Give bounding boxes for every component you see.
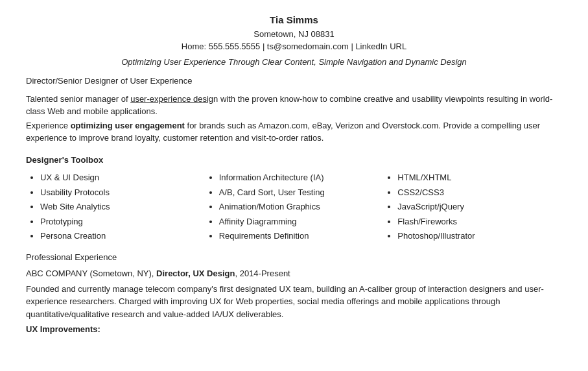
list-item: UX & UI Design	[40, 171, 205, 184]
list-item: A/B, Card Sort, User Testing	[219, 186, 384, 199]
toolbox-section: Designer's Toolbox UX & UI Design Usabil…	[26, 154, 562, 245]
list-item: Animation/Motion Graphics	[219, 200, 384, 213]
toolbox-columns: UX & UI Design Usability Protocols Web S…	[26, 171, 562, 245]
applicant-location: Sometown, NJ 08831	[26, 28, 562, 41]
toolbox-col2: Information Architecture (IA) A/B, Card …	[205, 171, 384, 245]
summary-section: Talented senior manager of user-experien…	[26, 93, 562, 145]
list-item: Photoshop/Illustrator	[397, 230, 562, 243]
list-item: Affinity Diagramming	[219, 215, 384, 228]
ux-improvements-label: UX Improvements:	[26, 323, 562, 336]
summary-line1-prefix: Talented senior manager of	[26, 94, 130, 104]
job1-dates: , 2014-Present	[235, 269, 290, 278]
summary-line2: Experience optimizing user engagement fo…	[26, 119, 562, 145]
professional-experience-section: Professional Experience ABC COMPANY (Som…	[26, 251, 562, 336]
resume-header: Tia Simms Sometown, NJ 08831 Home: 555.5…	[26, 13, 562, 68]
toolbox-list1: UX & UI Design Usability Protocols Web S…	[26, 171, 205, 243]
list-item: Prototyping	[40, 215, 205, 228]
professional-experience-title: Professional Experience	[26, 251, 562, 264]
toolbox-title: Designer's Toolbox	[26, 154, 562, 167]
list-item: Persona Creation	[40, 230, 205, 243]
list-item: Information Architecture (IA)	[219, 171, 384, 184]
director-title: Director/Senior Designer of User Experie…	[26, 75, 562, 88]
list-item: Usability Protocols	[40, 186, 205, 199]
list-item: Requirements Definition	[219, 230, 384, 243]
list-item: HTML/XHTML	[397, 171, 562, 184]
toolbox-col3: HTML/XHTML CSS2/CSS3 JavaScript/jQuery F…	[383, 171, 562, 245]
summary-line1-bold: user-experience desig	[130, 94, 213, 104]
summary-line2-prefix: Experience	[26, 121, 71, 130]
list-item: Web Site Analytics	[40, 200, 205, 213]
list-item: Flash/Fireworks	[397, 215, 562, 228]
applicant-name: Tia Simms	[26, 13, 562, 28]
summary-line1: Talented senior manager of user-experien…	[26, 93, 562, 118]
toolbox-col1: UX & UI Design Usability Protocols Web S…	[26, 171, 205, 245]
summary-line2-bold: optimizing user engagement	[71, 121, 185, 130]
list-item: JavaScript/jQuery	[397, 200, 562, 213]
list-item: CSS2/CSS3	[397, 186, 562, 199]
job1-role: Director, UX Design	[156, 269, 235, 278]
toolbox-list3: HTML/XHTML CSS2/CSS3 JavaScript/jQuery F…	[383, 171, 562, 243]
applicant-contact: Home: 555.555.5555 | ts@somedomain.com |…	[26, 40, 562, 53]
job1-title-line: ABC COMPANY (Sometown, NY), Director, UX…	[26, 267, 562, 280]
applicant-tagline: Optimizing User Experience Through Clear…	[26, 56, 562, 69]
job1-company: ABC COMPANY (Sometown, NY),	[26, 269, 156, 278]
toolbox-list2: Information Architecture (IA) A/B, Card …	[205, 171, 384, 243]
job1-description: Founded and currently manage telecom com…	[26, 283, 562, 321]
